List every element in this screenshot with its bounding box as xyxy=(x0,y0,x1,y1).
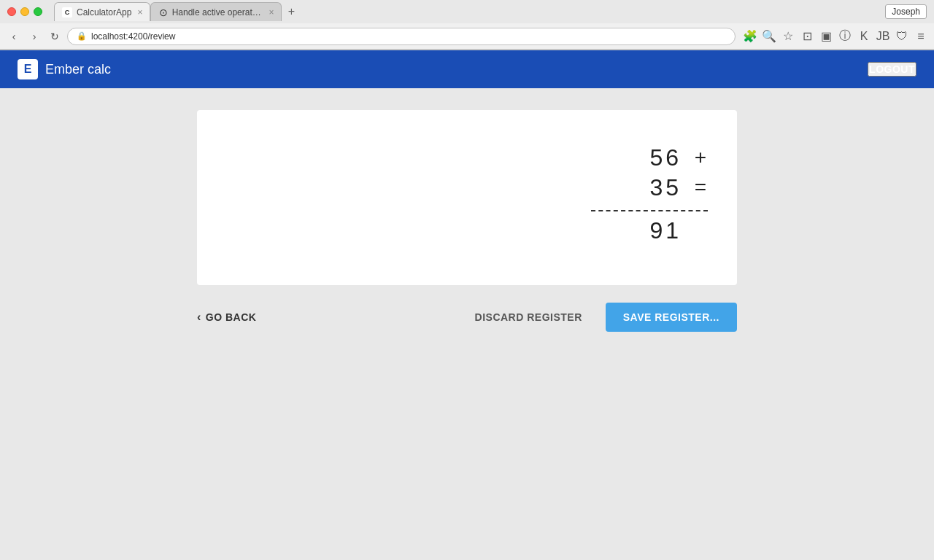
app-content: 56 + 35 = 91 ‹ GO BACK DISCARD xyxy=(0,88,934,560)
calc-operator: + xyxy=(693,146,708,169)
shield-icon[interactable]: 🛡 xyxy=(895,30,909,43)
discard-register-button[interactable]: DISCARD REGISTER xyxy=(463,306,594,329)
app-container: E Ember calc LOGOUT 56 + 35 = xyxy=(0,50,934,560)
action-row: ‹ GO BACK DISCARD REGISTER SAVE REGISTER… xyxy=(197,303,737,332)
menu-icon[interactable]: ≡ xyxy=(914,30,928,43)
tab-close-github[interactable]: × xyxy=(269,8,274,17)
browser-titlebar: C CalculatorApp × ⊙ Handle active operat… xyxy=(0,0,934,23)
back-button[interactable]: ‹ xyxy=(6,28,22,44)
tab-label-github: Handle active operations a xyxy=(172,7,263,18)
maximize-window-button[interactable] xyxy=(34,7,42,16)
pocket-icon[interactable]: ▣ xyxy=(819,29,833,43)
calc-result: 91 xyxy=(649,217,708,244)
calc-divider xyxy=(591,210,708,211)
address-lock-icon: 🔒 xyxy=(77,31,87,41)
chevron-left-icon: ‹ xyxy=(197,311,201,324)
calc-display: 56 + 35 = 91 xyxy=(562,144,708,244)
info-icon[interactable]: ⓘ xyxy=(838,28,852,44)
go-back-label: GO BACK xyxy=(206,311,257,323)
browser-icons: 🧩 🔍 ☆ ⊡ ▣ ⓘ K JB 🛡 ≡ xyxy=(743,28,928,44)
calc-operand1: 56 xyxy=(638,144,682,171)
browser-chrome: C CalculatorApp × ⊙ Handle active operat… xyxy=(0,0,934,50)
new-tab-button[interactable]: + xyxy=(282,2,301,21)
app-logo: E Ember calc xyxy=(18,59,111,79)
traffic-lights xyxy=(7,7,42,16)
minimize-window-button[interactable] xyxy=(20,7,29,16)
user-badge: Joseph xyxy=(885,4,927,19)
calculator-card: 56 + 35 = 91 xyxy=(197,110,737,285)
go-back-button[interactable]: ‹ GO BACK xyxy=(197,311,256,324)
address-bar[interactable]: 🔒 localhost:4200/review xyxy=(67,28,736,45)
addon2-icon[interactable]: JB xyxy=(876,30,890,43)
star-icon[interactable]: ☆ xyxy=(781,29,795,43)
calc-equals: = xyxy=(693,176,708,199)
tab-close-calculator[interactable]: × xyxy=(137,8,142,17)
calc-operand2: 35 xyxy=(638,174,682,201)
forward-button[interactable]: › xyxy=(26,28,42,44)
app-header: E Ember calc LOGOUT xyxy=(0,50,934,88)
action-right: DISCARD REGISTER SAVE REGISTER... xyxy=(463,303,737,332)
logout-button[interactable]: LOGOUT xyxy=(868,62,916,77)
search-icon[interactable]: 🔍 xyxy=(762,29,776,43)
tab-github[interactable]: ⊙ Handle active operations a × xyxy=(150,2,282,21)
extensions-icon[interactable]: 🧩 xyxy=(743,29,757,43)
app-logo-text: Ember calc xyxy=(45,62,111,77)
browser-addressbar: ‹ › ↻ 🔒 localhost:4200/review 🧩 🔍 ☆ ⊡ ▣ … xyxy=(0,23,934,50)
tab-label-calculator: CalculatorApp xyxy=(77,7,131,18)
app-logo-icon: E xyxy=(18,59,38,79)
tab-calculator[interactable]: C CalculatorApp × xyxy=(54,2,150,21)
addon1-icon[interactable]: K xyxy=(857,30,871,43)
calc-row-operand1: 56 + xyxy=(638,144,708,171)
tab-favicon-github: ⊙ xyxy=(158,7,167,18)
save-register-button[interactable]: SAVE REGISTER... xyxy=(606,303,737,332)
reload-button[interactable]: ↻ xyxy=(47,28,63,44)
reader-icon[interactable]: ⊡ xyxy=(800,29,814,43)
calc-row-operand2: 35 = xyxy=(638,174,708,201)
close-window-button[interactable] xyxy=(7,7,16,16)
browser-tabs: C CalculatorApp × ⊙ Handle active operat… xyxy=(54,2,879,21)
tab-favicon-calculator: C xyxy=(62,7,72,18)
address-text: localhost:4200/review xyxy=(91,31,726,42)
